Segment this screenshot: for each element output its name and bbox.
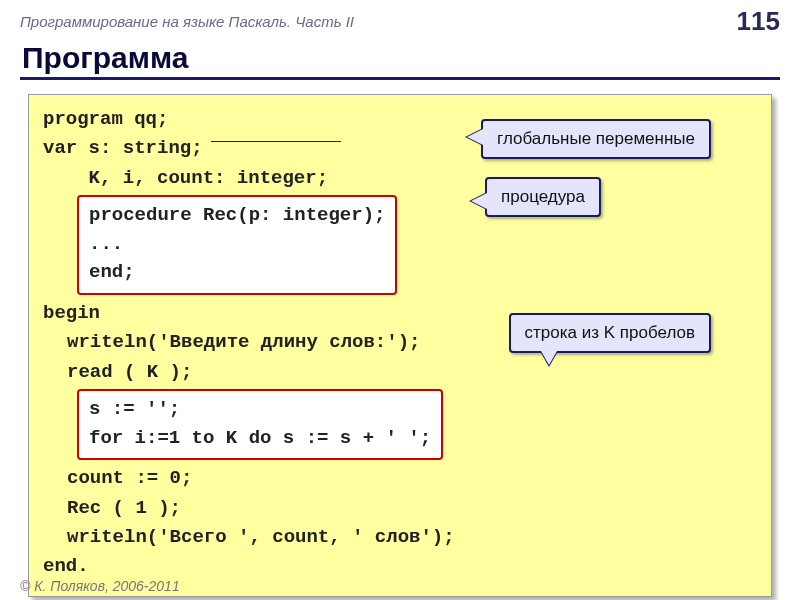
- init-box: s := ''; for i:=1 to K do s := s + ' ';: [77, 389, 443, 460]
- callout-string-spaces: строка из K пробелов: [509, 313, 711, 353]
- subject-text: Программирование на языке Паскаль. Часть…: [20, 13, 354, 30]
- code-line: read ( K );: [43, 358, 757, 387]
- code-line: for i:=1 to K do s := s + ' ';: [89, 424, 431, 453]
- code-line: count := 0;: [43, 464, 757, 493]
- callout-global-vars: глобальные переменные: [481, 119, 711, 159]
- code-line: ...: [89, 230, 385, 259]
- connector-line: [211, 141, 341, 142]
- code-block: program qq; var s: string; K, i, count: …: [28, 94, 772, 597]
- page-title: Программа: [20, 41, 780, 75]
- code-line: s := '';: [89, 395, 431, 424]
- code-line: K, i, count: integer;: [43, 164, 757, 193]
- slide-header: Программирование на языке Паскаль. Часть…: [0, 0, 800, 41]
- code-line: end;: [89, 258, 385, 287]
- page-number: 115: [737, 6, 780, 37]
- code-line: procedure Rec(p: integer);: [89, 201, 385, 230]
- procedure-box: procedure Rec(p: integer); ... end;: [77, 195, 397, 295]
- code-line: writeln('Всего ', count, ' слов');: [43, 523, 757, 552]
- callout-procedure: процедура: [485, 177, 601, 217]
- code-line: Rec ( 1 );: [43, 494, 757, 523]
- copyright-footer: © К. Поляков, 2006-2011: [20, 578, 180, 594]
- title-bar: Программа: [20, 41, 780, 80]
